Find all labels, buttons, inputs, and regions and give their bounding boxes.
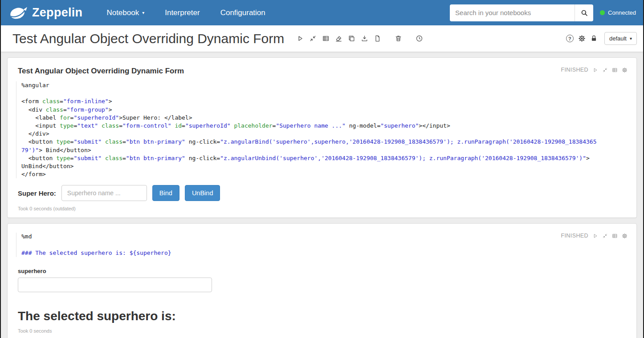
paragraph-code-editor[interactable]: %md ### The selected superhero is: ${sup… (16, 233, 636, 257)
help-button[interactable]: ? (565, 33, 575, 44)
connection-status-label: Connected (608, 9, 636, 16)
toggle-output-button[interactable] (321, 33, 331, 44)
toggle-code-button[interactable] (308, 33, 318, 44)
paragraph-settings-gear-icon[interactable] (622, 233, 628, 239)
super-hero-label: Super Hero: (18, 189, 56, 197)
code-line (21, 241, 636, 249)
note-toolbar: Test Angular Object Overriding Dynamic F… (1, 25, 643, 52)
trash-icon (395, 35, 402, 42)
run-all-icon (296, 35, 304, 42)
markdown-output-heading: The selected superhero is: (18, 309, 636, 323)
note-delete-group (393, 33, 404, 44)
connection-status: Connected (600, 9, 636, 16)
dynamic-form-superhero-input[interactable] (18, 278, 212, 292)
export-note-button[interactable] (359, 33, 370, 44)
code-line: <form class="form-inline"> (21, 97, 636, 105)
help-question-icon: ? (566, 35, 574, 42)
code-line: %md (21, 233, 636, 241)
search-icon (580, 9, 588, 17)
superhero-name-input[interactable] (61, 185, 147, 201)
toggle-editor-icon[interactable] (612, 67, 618, 73)
code-line: <button type="submit" class="btn btn-pri… (21, 154, 636, 162)
angular-form-output: Super Hero: Bind UnBind (18, 185, 636, 201)
clear-output-icon (335, 35, 342, 42)
code-line: <input type="text" class="form-control" … (21, 122, 636, 130)
brand-name: Zeppelin (32, 6, 82, 20)
notebook-search (450, 4, 593, 21)
paragraph-markdown: FINISHED %md ### The selected superhero … (7, 223, 637, 338)
interpreter-binding-button[interactable]: default ▾ (604, 32, 637, 45)
scheduler-clock-icon (416, 35, 423, 42)
paragraph-settings-gear-icon[interactable] (622, 67, 628, 73)
menu-interpreter-label: Interpreter (165, 8, 200, 17)
code-line: 79')"> Bind</button> (21, 146, 636, 154)
status-label: FINISHED (561, 233, 588, 239)
paragraph-title: Test Angular Object Overriding Dynamic F… (18, 67, 636, 76)
clone-note-icon (348, 35, 355, 42)
permissions-button[interactable] (589, 33, 599, 44)
unbind-button[interactable]: UnBind (185, 185, 220, 201)
clone-note-button[interactable] (346, 33, 357, 44)
note-title[interactable]: Test Angular Object Overriding Dynamic F… (12, 31, 284, 46)
export-note-icon (361, 35, 368, 42)
top-navbar: Zeppelin Notebook ▾ Interpreter Configur… (1, 0, 643, 25)
execution-time: Took 0 seconds (outdated) (18, 206, 636, 211)
paragraph-status-bar: FINISHED (561, 67, 628, 73)
caret-down-icon: ▾ (142, 11, 144, 15)
run-paragraph-icon[interactable] (592, 233, 598, 239)
zeppelin-logo-icon (8, 4, 29, 21)
code-line: </form> (21, 170, 636, 178)
note-settings-gear-icon (578, 35, 586, 42)
expand-paragraph-icon[interactable] (602, 233, 608, 239)
code-line: <button type="submit" class="btn btn-pri… (21, 138, 636, 146)
toggle-editor-icon[interactable] (612, 233, 618, 239)
menu-configuration[interactable]: Configuration (220, 8, 265, 17)
version-file-icon (374, 35, 381, 42)
run-all-button[interactable] (295, 33, 305, 44)
remove-note-button[interactable] (393, 33, 404, 44)
code-line: %angular (21, 81, 636, 89)
paragraph-code-editor[interactable]: %angular <form class="form-inline"> <div… (16, 81, 636, 178)
note-settings-button[interactable] (577, 33, 587, 44)
zeppelin-brand[interactable]: Zeppelin (8, 4, 82, 21)
toggle-code-icon (309, 35, 317, 42)
code-line: ### The selected superhero is: ${superhe… (21, 249, 636, 257)
execution-time: Took 0 seconds (18, 328, 636, 334)
note-settings-group: ? default ▾ (565, 32, 637, 45)
paragraph-angular-form: Test Angular Object Overriding Dynamic F… (7, 57, 637, 218)
caret-down-icon: ▾ (630, 36, 632, 41)
code-line: <label for="superheroId">Super Hero: </l… (21, 114, 636, 122)
code-line: <div class="form-group"> (21, 106, 636, 114)
dynamic-form-label: superhero (18, 268, 636, 274)
status-label: FINISHED (561, 67, 588, 73)
menu-notebook-label: Notebook (106, 8, 139, 17)
scheduler-button[interactable] (414, 33, 424, 44)
permissions-lock-icon (590, 35, 598, 42)
connected-dot-icon (600, 10, 605, 15)
menu-configuration-label: Configuration (220, 8, 265, 17)
toggle-output-icon (322, 35, 330, 42)
main-menu: Notebook ▾ Interpreter Configuration (106, 8, 265, 17)
paragraph-status-bar: FINISHED (561, 233, 628, 239)
menu-interpreter[interactable]: Interpreter (165, 8, 200, 17)
code-line (21, 89, 636, 97)
bind-button[interactable]: Bind (152, 185, 179, 201)
note-content: Test Angular Object Overriding Dynamic F… (1, 52, 643, 338)
code-line: </div> (21, 130, 636, 138)
version-control-button[interactable] (372, 33, 383, 44)
note-scheduler-group (414, 33, 424, 44)
expand-paragraph-icon[interactable] (602, 67, 608, 73)
clear-output-button[interactable] (334, 33, 344, 44)
revision-label: default (609, 35, 627, 42)
search-input[interactable] (450, 4, 575, 21)
run-paragraph-icon[interactable] (592, 67, 598, 73)
search-button[interactable] (575, 4, 593, 21)
note-actions-group (295, 33, 383, 44)
code-line: UnBind</button> (21, 162, 636, 170)
menu-notebook[interactable]: Notebook ▾ (106, 8, 144, 17)
